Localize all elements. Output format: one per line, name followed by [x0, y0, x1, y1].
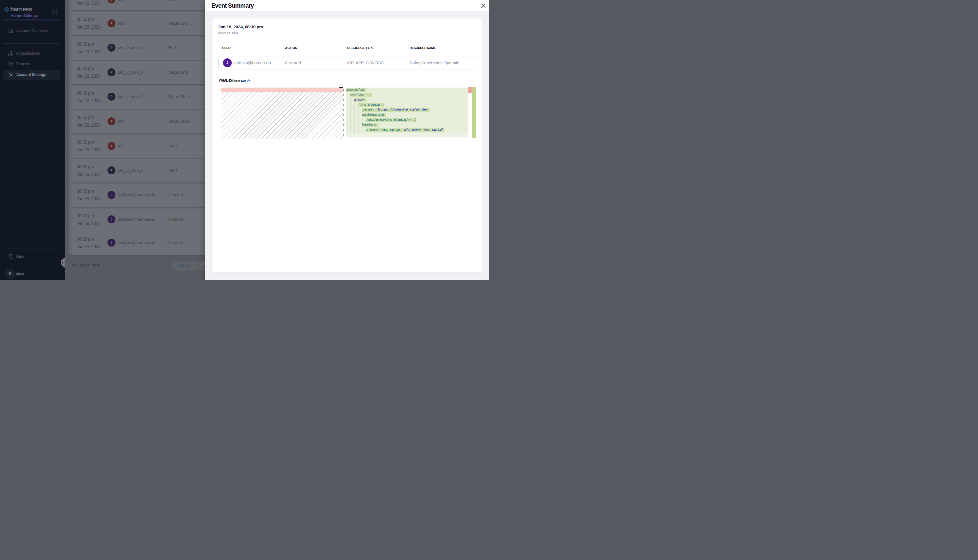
svg-text:?: ? [10, 254, 11, 257]
